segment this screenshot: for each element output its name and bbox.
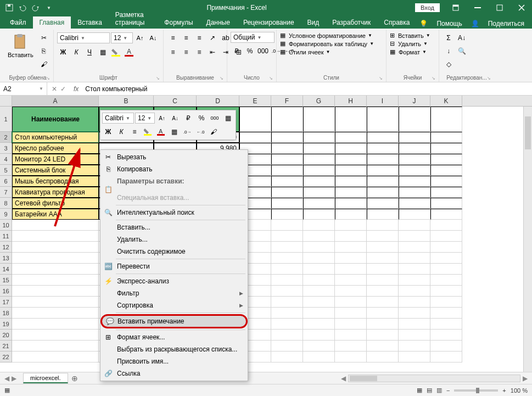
cell[interactable]	[12, 352, 99, 362]
cut-icon[interactable]: ✂	[38, 32, 50, 44]
mini-grow-font-icon[interactable]: A↑	[156, 112, 168, 124]
close-icon[interactable]	[511, 0, 532, 15]
row-header[interactable]: 16	[0, 286, 12, 297]
cell[interactable]	[430, 198, 462, 209]
format-table-button[interactable]: ▦Форматировать как таблицу▼	[280, 40, 374, 47]
cm-sort[interactable]: Сортировка▶	[100, 299, 248, 311]
col-header-j[interactable]: J	[399, 96, 430, 106]
cell[interactable]	[430, 242, 462, 253]
mini-dec-dec-icon[interactable]: ←.0	[194, 126, 206, 138]
cell[interactable]	[271, 352, 303, 362]
row-header[interactable]: 1	[0, 107, 12, 132]
cell[interactable]	[399, 264, 430, 275]
cm-insert-comment[interactable]: 💬Вставить примечание	[100, 314, 248, 328]
row-header[interactable]: 15	[0, 275, 12, 286]
redo-icon[interactable]	[31, 3, 41, 13]
cell[interactable]	[367, 308, 399, 319]
fx-icon[interactable]: fx	[70, 85, 82, 93]
cell[interactable]	[303, 132, 335, 143]
align-bottom-icon[interactable]: ≡	[193, 32, 205, 44]
shrink-font-icon[interactable]: A↓	[147, 32, 159, 44]
cell[interactable]	[271, 220, 303, 231]
cell[interactable]	[12, 297, 99, 308]
cell[interactable]	[271, 264, 303, 275]
cell[interactable]	[430, 132, 462, 143]
cell[interactable]	[335, 330, 367, 341]
cell[interactable]	[271, 176, 303, 187]
cell[interactable]	[303, 275, 335, 286]
cell[interactable]	[430, 165, 462, 176]
cell[interactable]	[12, 231, 99, 242]
zoom-out-icon[interactable]: −	[446, 387, 450, 394]
font-size-combo[interactable]: 12▼	[111, 32, 133, 43]
sheet-nav-prev-icon[interactable]: ◀	[4, 375, 9, 382]
row-header[interactable]: 22	[0, 352, 12, 362]
mini-size-combo[interactable]: 12▼	[135, 113, 155, 124]
tab-help[interactable]: Справка	[377, 16, 416, 29]
cell[interactable]	[303, 165, 335, 176]
share-button[interactable]: Поделиться	[485, 19, 528, 29]
enter-formula-icon[interactable]: ✓	[60, 85, 66, 93]
mini-align-icon[interactable]: ≡	[128, 126, 141, 138]
save-icon[interactable]	[4, 3, 14, 13]
cm-insert[interactable]: Вставить...	[100, 221, 248, 233]
cell[interactable]: Клавиатура проводная	[12, 187, 99, 198]
cell[interactable]: Наименование	[12, 107, 99, 132]
row-header[interactable]: 8	[0, 198, 12, 209]
cell[interactable]	[335, 341, 367, 352]
cell[interactable]: Батарейки AAA	[12, 209, 99, 220]
col-header-c[interactable]: C	[154, 96, 197, 106]
row-header[interactable]: 13	[0, 253, 12, 264]
tab-formulas[interactable]: Формулы	[158, 16, 199, 29]
cell[interactable]	[335, 275, 367, 286]
cell[interactable]	[430, 275, 462, 286]
cell[interactable]	[271, 253, 303, 264]
cell[interactable]	[303, 209, 335, 220]
italic-button[interactable]: К	[70, 46, 82, 58]
undo-icon[interactable]	[18, 3, 27, 13]
cell[interactable]	[335, 264, 367, 275]
row-header[interactable]: 11	[0, 231, 12, 242]
select-all-corner[interactable]	[0, 96, 12, 106]
cell[interactable]	[12, 275, 99, 286]
cell[interactable]	[335, 242, 367, 253]
mini-percent-icon[interactable]: %	[195, 112, 208, 124]
cell[interactable]	[399, 176, 430, 187]
cell[interactable]	[367, 209, 399, 220]
cell[interactable]	[303, 107, 335, 132]
font-name-combo[interactable]: Calibri▼	[57, 32, 110, 43]
cell[interactable]	[271, 297, 303, 308]
tab-layout[interactable]: Разметка страницы	[109, 9, 158, 29]
cm-delete[interactable]: Удалить...	[100, 233, 248, 246]
cell[interactable]	[399, 341, 430, 352]
tell-me-icon[interactable]: 💡	[416, 19, 431, 29]
cell[interactable]	[367, 319, 399, 330]
cell[interactable]	[335, 220, 367, 231]
zoom-in-icon[interactable]: +	[502, 387, 506, 394]
cell[interactable]	[12, 341, 99, 352]
cell[interactable]	[367, 275, 399, 286]
cell[interactable]	[12, 264, 99, 275]
insert-cells-button[interactable]: ⊞Вставить▼	[390, 32, 430, 39]
cell[interactable]	[367, 165, 399, 176]
cell[interactable]	[271, 132, 303, 143]
row-header[interactable]: 21	[0, 341, 12, 352]
cell[interactable]	[430, 264, 462, 275]
row-header[interactable]: 12	[0, 242, 12, 253]
cell[interactable]	[303, 341, 335, 352]
cell[interactable]	[399, 154, 430, 165]
vertical-scrollbar[interactable]	[523, 107, 532, 372]
tab-home[interactable]: Главная	[33, 16, 71, 29]
cell[interactable]	[399, 198, 430, 209]
currency-icon[interactable]: ₽	[231, 45, 243, 57]
mini-currency-icon[interactable]: ₽	[182, 112, 194, 124]
cell[interactable]	[399, 209, 430, 220]
cell[interactable]	[271, 209, 303, 220]
cell[interactable]	[303, 286, 335, 297]
cell[interactable]	[271, 319, 303, 330]
tab-insert[interactable]: Вставка	[71, 16, 109, 29]
tab-review[interactable]: Рецензирование	[237, 16, 301, 29]
mini-shrink-font-icon[interactable]: A↓	[169, 112, 181, 124]
cell[interactable]	[399, 297, 430, 308]
cell[interactable]	[271, 154, 303, 165]
